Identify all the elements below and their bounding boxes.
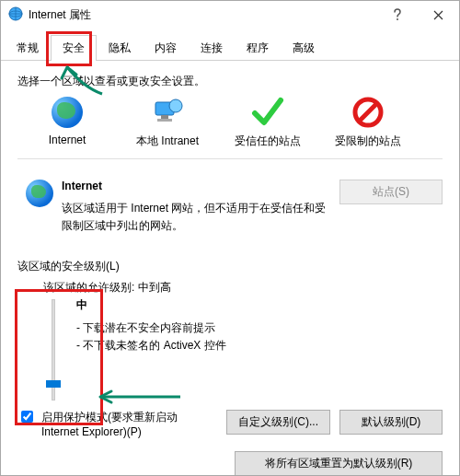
zone-internet[interactable]: Internet [17,95,117,149]
tab-label: 隐私 [109,41,131,54]
protected-mode-checkbox[interactable]: 启用保护模式(要求重新启动 Internet Explorer)(P) [17,410,226,438]
allowed-levels: 该区域的允许级别: 中到高 [43,280,443,296]
tab-content-area: 选择一个区域以查看或更改安全设置。 Internet 本地 Intranet 受… [1,61,459,476]
tab-security[interactable]: 安全 [51,35,97,61]
help-button[interactable] [376,1,418,29]
sites-button[interactable]: 站点(S) [339,180,443,204]
svg-point-2 [397,18,398,20]
zone-description: 该区域适用于 Internet 网站，但不适用于在受信任和受限制区域中列出的网站… [62,200,332,235]
zone-label: 本地 Intranet [118,134,217,149]
security-level-slider[interactable] [43,299,63,401]
tab-connections[interactable]: 连接 [189,35,235,61]
zone-restricted[interactable]: 受限制的站点 [318,95,418,149]
svg-rect-4 [161,115,168,119]
zone-label: Internet [17,134,117,146]
protected-mode-input[interactable] [21,411,33,423]
forbidden-icon [318,95,418,130]
tab-label: 内容 [155,41,177,54]
tab-label: 安全 [63,41,85,54]
internet-icon [8,6,23,24]
level-detail: - 下载潜在不安全内容前提示 [76,320,226,336]
zone-prompt: 选择一个区域以查看或更改安全设置。 [17,74,443,89]
security-level-label: 该区域的安全级别(L) [17,259,443,274]
tab-content[interactable]: 内容 [143,35,189,61]
tab-general[interactable]: 常规 [5,35,51,61]
protected-mode-label: 启用保护模式(要求重新启动 Internet Explorer)(P) [41,410,207,438]
globe-icon [17,95,117,130]
zone-trusted[interactable]: 受信任的站点 [218,95,317,149]
tab-label: 常规 [17,41,39,54]
internet-options-window: Internet 属性 常规 安全 隐私 内容 连接 程序 高级 选择一个区域以… [0,0,460,476]
globe-icon [17,180,62,235]
zone-label: 受信任的站点 [218,134,317,149]
tab-programs[interactable]: 程序 [235,35,281,61]
zone-name: Internet [62,180,332,192]
svg-rect-5 [157,119,172,122]
default-level-button[interactable]: 默认级别(D) [339,410,443,435]
zone-info: Internet 该区域适用于 Internet 网站，但不适用于在受信任和受限… [17,180,443,235]
level-detail: - 不下载未签名的 ActiveX 控件 [76,338,226,354]
tab-label: 连接 [201,41,223,54]
window-title: Internet 属性 [29,7,376,23]
svg-point-6 [169,99,182,112]
zone-label: 受限制的站点 [318,134,418,149]
slider-thumb[interactable] [46,380,61,388]
titlebar: Internet 属性 [1,1,459,29]
tab-advanced[interactable]: 高级 [281,35,327,61]
custom-level-button[interactable]: 自定义级别(C)... [226,410,330,435]
close-button[interactable] [418,1,459,29]
zone-list: Internet 本地 Intranet 受信任的站点 受限制的站点 [17,95,443,149]
tab-privacy[interactable]: 隐私 [97,35,143,61]
reset-all-button[interactable]: 将所有区域重置为默认级别(R) [235,451,443,476]
svg-line-8 [359,103,377,122]
tab-strip: 常规 安全 隐私 内容 连接 程序 高级 [1,30,459,61]
tab-label: 程序 [247,41,269,54]
tab-label: 高级 [293,41,315,54]
zone-local-intranet[interactable]: 本地 Intranet [118,95,217,149]
intranet-icon [118,95,217,130]
checkmark-icon [218,95,317,130]
current-level: 中 [76,297,226,313]
